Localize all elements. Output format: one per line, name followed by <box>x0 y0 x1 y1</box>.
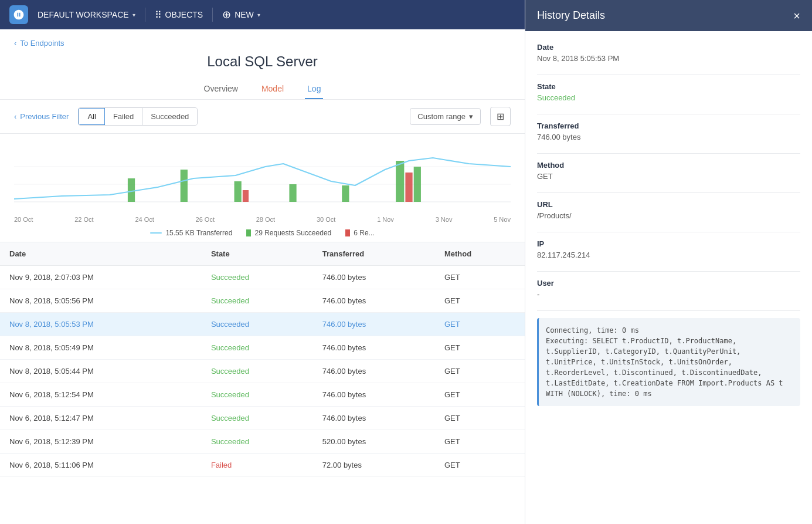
detail-method-section: Method GET <box>537 161 800 181</box>
panel-title: History Details <box>537 9 605 22</box>
svg-rect-9 <box>396 161 404 202</box>
cell-date: Nov 6, 2018, 5:11:06 PM <box>0 454 202 477</box>
workspace-selector[interactable]: DEFAULT WORKSPACE ▾ <box>38 10 135 19</box>
detail-method-label: Method <box>537 161 800 170</box>
table-row[interactable]: Nov 6, 2018, 5:12:39 PM Succeeded 520.00… <box>0 430 525 454</box>
cell-transferred: 72.00 bytes <box>313 454 435 477</box>
cell-date: Nov 8, 2018, 5:05:53 PM <box>0 313 202 336</box>
table-row[interactable]: Nov 8, 2018, 5:05:53 PM Succeeded 746.00… <box>0 313 525 336</box>
divider-6 <box>537 271 800 272</box>
table-row[interactable]: Nov 8, 2018, 5:05:49 PM Succeeded 746.00… <box>0 336 525 360</box>
legend-transferred: 15.55 KB Transferred <box>150 229 232 237</box>
cell-state: Succeeded <box>202 289 313 313</box>
prev-filter-button[interactable]: ‹ Previous Filter <box>14 112 69 121</box>
cell-transferred: 746.00 bytes <box>313 407 435 430</box>
cell-state: Failed <box>202 454 313 477</box>
legend-transferred-label: 15.55 KB Transferred <box>165 229 232 237</box>
detail-date-label: Date <box>537 43 800 52</box>
legend-line-icon <box>150 232 162 234</box>
chart-label-20oct: 20 Oct <box>14 216 33 223</box>
detail-url-section: URL /Products/ <box>537 200 800 220</box>
table-row[interactable]: Nov 9, 2018, 2:07:03 PM Succeeded 746.00… <box>0 266 525 289</box>
top-nav: DEFAULT WORKSPACE ▾ ⠿ OBJECTS ⊕ NEW ▾ <box>0 0 525 29</box>
detail-transferred-label: Transferred <box>537 121 800 130</box>
cell-method: GET <box>435 289 525 313</box>
detail-url-value: /Products/ <box>537 211 800 220</box>
tab-overview[interactable]: Overview <box>202 79 240 99</box>
back-chevron-icon: ‹ <box>14 39 16 48</box>
divider-4 <box>537 192 800 193</box>
objects-nav-item[interactable]: ⠿ OBJECTS <box>155 9 203 21</box>
chart-label-3nov: 3 Nov <box>436 216 453 223</box>
table-row[interactable]: Nov 6, 2018, 5:11:06 PM Failed 72.00 byt… <box>0 454 525 477</box>
filter-button-group: All Failed Succeeded <box>78 107 198 126</box>
detail-transferred-section: Transferred 746.00 bytes <box>537 121 800 141</box>
filter-bar: ‹ Previous Filter All Failed Succeeded C… <box>0 100 525 134</box>
chart-legend: 15.55 KB Transferred 29 Requests Succeed… <box>14 225 511 237</box>
cell-state: Succeeded <box>202 407 313 430</box>
table-row[interactable]: Nov 8, 2018, 5:05:44 PM Succeeded 746.00… <box>0 360 525 383</box>
custom-range-chevron-icon: ▾ <box>469 112 473 121</box>
workspace-label: DEFAULT WORKSPACE <box>38 10 129 19</box>
filter-failed-button[interactable]: Failed <box>105 108 142 125</box>
table-header: Date State Transferred Method <box>0 242 525 266</box>
tab-log[interactable]: Log <box>305 79 323 99</box>
cell-method: GET <box>435 383 525 407</box>
prev-filter-chevron-icon: ‹ <box>14 112 16 121</box>
page-title: Local SQL Server <box>14 53 511 70</box>
cell-transferred: 746.00 bytes <box>313 383 435 407</box>
history-table-container: Date State Transferred Method Nov 9, 201… <box>0 242 525 524</box>
legend-succeeded: 29 Requests Succeeded <box>246 229 331 237</box>
detail-user-label: User <box>537 279 800 288</box>
grid-view-button[interactable]: ⊞ <box>490 107 511 126</box>
chart-label-1nov: 1 Nov <box>377 216 394 223</box>
legend-failed-label: 6 Re... <box>354 229 374 237</box>
detail-state-value: Succeeded <box>537 93 800 102</box>
cell-date: Nov 8, 2018, 5:05:49 PM <box>0 336 202 360</box>
tabs: Overview Model Log <box>14 79 511 99</box>
divider-3 <box>537 153 800 154</box>
cell-method: GET <box>435 407 525 430</box>
divider-1 <box>537 75 800 75</box>
tab-model[interactable]: Model <box>259 79 286 99</box>
custom-range-selector[interactable]: Custom range ▾ <box>410 108 481 125</box>
panel-header: History Details × <box>525 0 812 31</box>
col-transferred: Transferred <box>313 242 435 266</box>
chart-labels: 20 Oct 22 Oct 24 Oct 26 Oct 28 Oct 30 Oc… <box>14 214 511 225</box>
back-link[interactable]: ‹ To Endpoints <box>14 39 511 48</box>
objects-label: OBJECTS <box>165 10 203 19</box>
chart-label-28oct: 28 Oct <box>256 216 275 223</box>
log-box: Connecting, time: 0 ms Executing: SELECT… <box>537 318 800 406</box>
cell-method: GET <box>435 266 525 289</box>
new-chevron-icon: ▾ <box>257 12 260 18</box>
table-body: Nov 9, 2018, 2:07:03 PM Succeeded 746.00… <box>0 266 525 477</box>
svg-rect-8 <box>342 185 349 202</box>
table-row[interactable]: Nov 6, 2018, 5:12:54 PM Succeeded 746.00… <box>0 383 525 407</box>
filter-succeeded-button[interactable]: Succeeded <box>142 108 197 125</box>
cell-method: GET <box>435 313 525 336</box>
panel-close-button[interactable]: × <box>793 10 800 22</box>
new-button[interactable]: ⊕ NEW ▾ <box>222 8 260 21</box>
table-row[interactable]: Nov 6, 2018, 5:12:47 PM Succeeded 746.00… <box>0 407 525 430</box>
detail-method-value: GET <box>537 172 800 181</box>
cell-method: GET <box>435 360 525 383</box>
svg-rect-4 <box>181 170 188 202</box>
prev-filter-label: Previous Filter <box>20 112 69 121</box>
cell-transferred: 746.00 bytes <box>313 289 435 313</box>
detail-state-section: State Succeeded <box>537 82 800 102</box>
svg-rect-7 <box>289 184 296 202</box>
chart-label-30oct: 30 Oct <box>317 216 335 223</box>
cell-method: GET <box>435 430 525 454</box>
svg-rect-10 <box>405 173 412 202</box>
chart-label-5nov: 5 Nov <box>494 216 511 223</box>
chart-label-24oct: 24 Oct <box>135 216 154 223</box>
table-row[interactable]: Nov 8, 2018, 5:05:56 PM Succeeded 746.00… <box>0 289 525 313</box>
divider-5 <box>537 232 800 232</box>
filter-all-button[interactable]: All <box>79 108 104 125</box>
cell-date: Nov 6, 2018, 5:12:54 PM <box>0 383 202 407</box>
chart-container <box>14 143 511 214</box>
cell-state: Succeeded <box>202 313 313 336</box>
log-line-2: Executing: SELECT t.ProductID, t.Product… <box>546 336 793 399</box>
svg-rect-6 <box>243 190 249 202</box>
detail-user-value: - <box>537 290 800 299</box>
